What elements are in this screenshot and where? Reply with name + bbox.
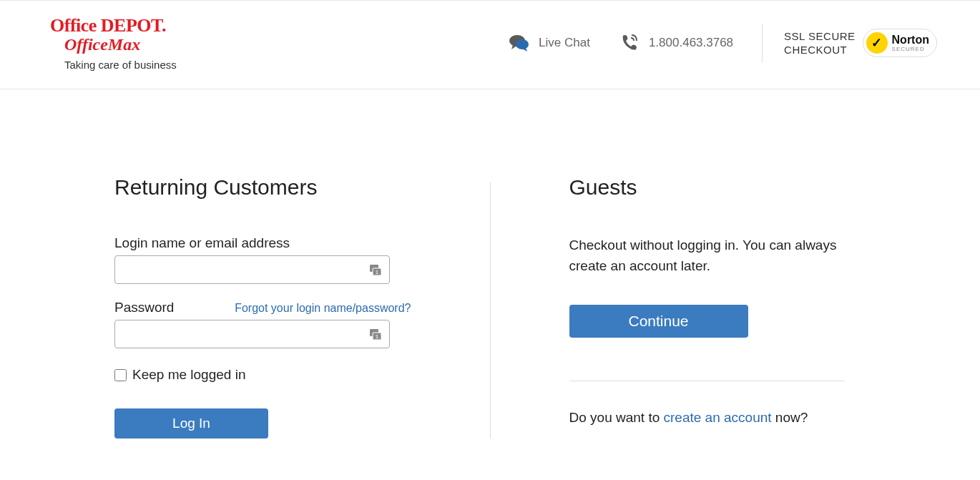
logo-tagline: Taking care of business bbox=[50, 59, 177, 71]
forgot-password-link[interactable]: Forgot your login name/password? bbox=[235, 302, 411, 315]
horizontal-divider bbox=[569, 381, 845, 381]
norton-badge[interactable]: ✓ Norton SECURED bbox=[863, 29, 937, 57]
returning-customers-section: Returning Customers Login name or email … bbox=[114, 175, 490, 439]
keep-logged-checkbox[interactable] bbox=[114, 369, 127, 381]
header-divider bbox=[762, 24, 763, 63]
logo-office-depot: Office DEPOT. bbox=[50, 15, 177, 36]
login-input[interactable] bbox=[114, 255, 390, 284]
phone-icon bbox=[619, 33, 640, 53]
guests-section: Guests Checkout without logging in. You … bbox=[491, 175, 866, 439]
main-content: Returning Customers Login name or email … bbox=[0, 89, 980, 480]
autofill-icon: 1 bbox=[368, 327, 383, 341]
autofill-icon: 1 bbox=[368, 263, 383, 277]
svg-point-1 bbox=[516, 39, 529, 49]
phone-link[interactable]: 1.800.463.3768 bbox=[619, 33, 733, 53]
ssl-secure-label: SSL SECURE CHECKOUT bbox=[784, 29, 855, 57]
logo[interactable]: Office DEPOT. OfficeMax Taking care of b… bbox=[43, 15, 177, 71]
chat-icon bbox=[509, 34, 530, 52]
login-button[interactable]: Log In bbox=[114, 408, 268, 439]
keep-logged-label: Keep me logged in bbox=[132, 367, 245, 383]
guests-heading: Guests bbox=[569, 175, 866, 200]
live-chat-label: Live Chat bbox=[539, 36, 590, 50]
continue-button[interactable]: Continue bbox=[569, 305, 748, 338]
returning-heading: Returning Customers bbox=[114, 175, 411, 200]
login-label: Login name or email address bbox=[114, 235, 411, 251]
norton-brand: Norton bbox=[892, 34, 929, 46]
create-account-link[interactable]: create an account bbox=[664, 410, 772, 425]
svg-text:1: 1 bbox=[376, 333, 379, 340]
password-label: Password bbox=[114, 300, 174, 315]
phone-number: 1.800.463.3768 bbox=[649, 36, 733, 50]
create-account-row: Do you want to create an account now? bbox=[569, 410, 866, 426]
live-chat-link[interactable]: Live Chat bbox=[509, 34, 590, 52]
header: Office DEPOT. OfficeMax Taking care of b… bbox=[0, 0, 980, 89]
password-input[interactable] bbox=[114, 320, 390, 348]
guests-description: Checkout without logging in. You can alw… bbox=[569, 235, 866, 276]
logo-officemax: OfficeMax bbox=[50, 35, 177, 54]
checkmark-icon: ✓ bbox=[866, 32, 888, 54]
svg-text:1: 1 bbox=[376, 269, 379, 275]
norton-sub: SECURED bbox=[892, 46, 929, 52]
